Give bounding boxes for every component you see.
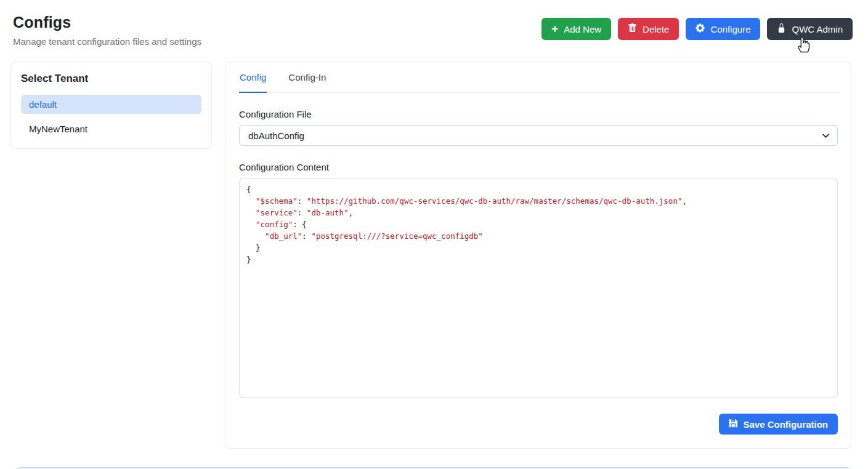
save-icon [729,419,738,430]
config-file-select-wrap: dbAuthConfig [239,125,838,146]
configure-button[interactable]: Configure [686,18,760,40]
tab-config[interactable]: Config [239,70,267,93]
config-content-editor[interactable]: { "$schema": "https://github.com/qwc-ser… [239,178,838,398]
page-subtitle: Manage tenant configuration files and se… [13,36,201,47]
plus-icon: + [551,23,558,34]
page-title: Configs [13,14,201,31]
configure-button-label: Configure [710,24,750,34]
tenant-card: Select Tenant defaultMyNewTenant [10,62,212,149]
save-configuration-button[interactable]: Save Configuration [719,414,838,435]
config-card: Config Config-In Configuration File dbAu… [225,62,851,449]
qwc-admin-button[interactable]: QWC Admin [767,18,853,40]
page-header-text: Configs Manage tenant configuration file… [13,14,201,47]
content-area: Select Tenant defaultMyNewTenant Config … [0,47,868,449]
add-new-button[interactable]: + Add New [541,18,611,40]
tenant-list: defaultMyNewTenant [21,95,201,138]
tenant-item-MyNewTenant[interactable]: MyNewTenant [21,119,201,138]
lock-icon [777,23,786,34]
trash-icon [628,23,637,34]
gear-icon [696,23,705,34]
config-file-label: Configuration File [239,109,838,119]
tenant-item-default[interactable]: default [21,95,201,114]
header-actions: + Add New Delete Configure QWC Admin [541,18,853,40]
add-new-button-label: Add New [564,24,601,34]
tab-bar: Config Config-In [239,62,838,93]
save-row: Save Configuration [239,414,838,435]
save-configuration-button-label: Save Configuration [743,419,828,430]
delete-button-label: Delete [643,24,669,34]
delete-button[interactable]: Delete [618,18,679,40]
configs-page: Configs Manage tenant configuration file… [0,0,868,469]
qwc-admin-button-label: QWC Admin [792,24,843,34]
page-header: Configs Manage tenant configuration file… [0,0,868,47]
tenant-card-title: Select Tenant [21,73,201,85]
config-file-select[interactable]: dbAuthConfig [239,125,838,146]
config-content-label: Configuration Content [239,162,838,172]
tab-config-in[interactable]: Config-In [288,70,327,93]
